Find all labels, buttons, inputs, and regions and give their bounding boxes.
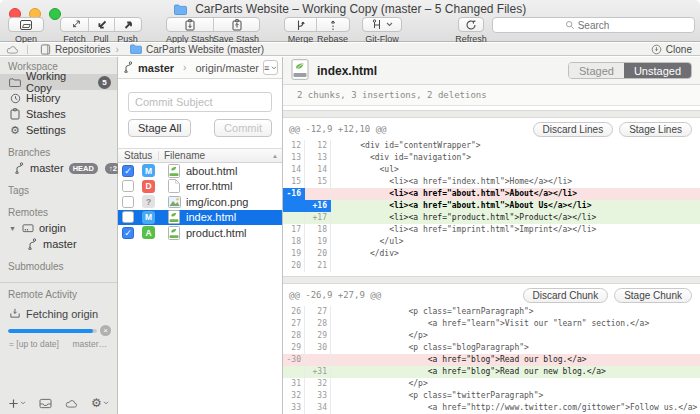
sidebar-item-history[interactable]: History [0, 90, 117, 106]
gear-icon[interactable]: ⚙ [91, 396, 109, 410]
sidebar-item-working-copy[interactable]: Working Copy 5 [0, 74, 117, 90]
old-line-number: 28 [283, 330, 305, 342]
diff-body: @@ -12,9 +12,10 @@Discard LinesStage Lin… [283, 110, 700, 414]
sidebar-item-branch-master[interactable]: master HEAD ↑2 [0, 160, 117, 176]
merge-tools: Merge Rebase [284, 17, 350, 44]
chevron-down-icon [20, 401, 26, 405]
diff-line[interactable]: 2728 <a href="learn">Visit our "learn" s… [283, 318, 700, 330]
chevron-down-icon [386, 22, 393, 27]
file-checkbox[interactable] [122, 211, 134, 223]
discard-button[interactable]: Discard Lines [533, 122, 614, 137]
file-name: index.html [186, 211, 236, 223]
new-line-number: 19 [305, 236, 331, 248]
merge-button[interactable] [285, 18, 316, 31]
file-checkbox[interactable]: ✓ [122, 227, 134, 239]
add-button[interactable] [8, 398, 26, 409]
file-list: ✓Mabout.htmlDerror.html?img/icon.pngMind… [118, 163, 282, 241]
diff-line-text: <li><a href="about.html">About</a></li> [331, 188, 700, 200]
diff-line[interactable]: 1414 <ul> [283, 164, 700, 176]
html-file-icon [168, 226, 180, 240]
apply-stash-button[interactable] [167, 18, 213, 31]
search-input[interactable] [492, 17, 695, 33]
diff-line[interactable]: 1819 </ul> [283, 236, 700, 248]
remote-origin-label: origin [39, 222, 66, 234]
file-row[interactable]: Derror.html [118, 179, 282, 195]
diff-line-text: <li><a href="about.html">About Us</a></l… [331, 200, 700, 212]
sidebar-item-remote-origin[interactable]: ▼ origin [0, 220, 117, 236]
diff-line[interactable]: -16 <li><a href="about.html">About</a></… [283, 188, 700, 200]
diff-line-text: <div id="contentWrapper"> [331, 140, 700, 152]
diff-line[interactable]: 2829 </p> [283, 330, 700, 342]
sidebar-item-stashes[interactable]: Stashes [0, 106, 117, 122]
file-checkbox[interactable] [122, 180, 134, 192]
open-folder-icon [19, 19, 33, 31]
diff-line[interactable]: 2930 <p class="blogParagraph"> [283, 342, 700, 354]
rebase-button[interactable] [316, 18, 349, 31]
file-row[interactable]: Mindex.html [118, 210, 282, 226]
sidebar-item-remote-master[interactable]: master [0, 236, 117, 252]
sidebar-item-settings[interactable]: ⚙ Settings [0, 122, 117, 138]
new-line-number: 29 [305, 330, 331, 342]
file-row[interactable]: ✓Aproduct.html [118, 225, 282, 241]
status-column-header[interactable]: Status [118, 150, 152, 161]
open-button[interactable] [9, 18, 43, 31]
disclosure-triangle-icon[interactable]: ▼ [9, 225, 16, 232]
diff-line[interactable]: 2021 [283, 260, 700, 272]
file-row[interactable]: ?img/icon.png [118, 194, 282, 210]
unstaged-tab[interactable]: Unstaged [624, 63, 691, 78]
cancel-fetch-button[interactable]: × [100, 325, 111, 336]
inbox-icon[interactable] [39, 398, 52, 409]
diff-line[interactable]: -30 <a href="blog">Read our blog.</a> [283, 354, 700, 366]
commit-subject-input[interactable] [128, 92, 272, 112]
new-line-number: 30 [305, 342, 331, 354]
diff-line[interactable]: 1212 <div id="contentWrapper"> [283, 140, 700, 152]
stage-button[interactable]: Stage Chunk [614, 288, 692, 303]
cloud-icon[interactable] [65, 399, 78, 408]
chevron-down-icon [271, 66, 277, 70]
app-window: CarParts Website – Working Copy (master … [0, 0, 700, 414]
upstream-branch[interactable]: origin/master [195, 62, 259, 74]
push-button[interactable] [114, 18, 141, 31]
diff-line[interactable]: 2627 <p class="learnParagraph"> [283, 306, 700, 318]
new-line-number: 32 [305, 378, 331, 390]
diff-line[interactable]: +31 <a href="blog">Read our new blog.</a… [283, 366, 700, 378]
diff-line[interactable]: 3132 </p> [283, 378, 700, 390]
staged-tab[interactable]: Staged [569, 63, 624, 78]
diff-line-text: <a href="blog">Read our blog.</a> [331, 354, 700, 366]
current-branch[interactable]: master [138, 62, 174, 74]
commit-button[interactable]: Commit [214, 119, 272, 137]
breadcrumb-current-repo[interactable]: CarParts Website (master) [146, 44, 264, 55]
gitflow-tool: Git-Flow [362, 17, 402, 44]
file-checkbox[interactable] [122, 196, 134, 208]
status-badge: D [142, 180, 155, 193]
diff-line[interactable]: 1920 </div> [283, 248, 700, 260]
diff-line[interactable]: 1313 <div id="navigation"> [283, 152, 700, 164]
diff-line[interactable]: +17 <li><a href="product.html">Product</… [283, 212, 700, 224]
discard-button[interactable]: Discard Chunk [523, 288, 609, 303]
diff-line[interactable]: 1718 <li><a href="imprint.html">Imprint<… [283, 224, 700, 236]
diff-line[interactable]: 3334 <a href="http://www.twitter.com/git… [283, 402, 700, 414]
fetch-button[interactable] [61, 18, 88, 31]
old-line-number: -30 [283, 354, 305, 366]
diff-line[interactable]: 1515 <li><a href="index.html">Home</a></… [283, 176, 700, 188]
refresh-button[interactable] [459, 18, 483, 31]
diff-line[interactable]: +16 <li><a href="about.html">About Us</a… [283, 200, 700, 212]
stage-all-button[interactable]: Stage All [128, 119, 191, 137]
clone-button[interactable]: Clone [651, 44, 692, 55]
git-flow-button[interactable] [363, 18, 401, 31]
stage-button[interactable]: Stage Lines [619, 122, 692, 137]
cloud-icon[interactable] [6, 45, 19, 54]
save-stash-button[interactable] [213, 18, 259, 31]
filename-column-header[interactable]: Filename [164, 150, 205, 161]
old-line-number: -16 [283, 188, 305, 200]
file-row[interactable]: ✓Mabout.html [118, 163, 282, 179]
old-line-number: 32 [283, 390, 305, 402]
html-file-icon [291, 59, 309, 82]
view-options-button[interactable]: ≡ [263, 60, 278, 75]
plain-file-icon [168, 179, 180, 193]
file-checkbox[interactable]: ✓ [122, 165, 134, 177]
diff-line[interactable]: 3233 <p class="twitterParagraph"> [283, 390, 700, 402]
diff-line-text [331, 260, 700, 272]
pull-button[interactable] [88, 18, 114, 31]
breadcrumb-repositories[interactable]: Repositories [55, 44, 111, 55]
